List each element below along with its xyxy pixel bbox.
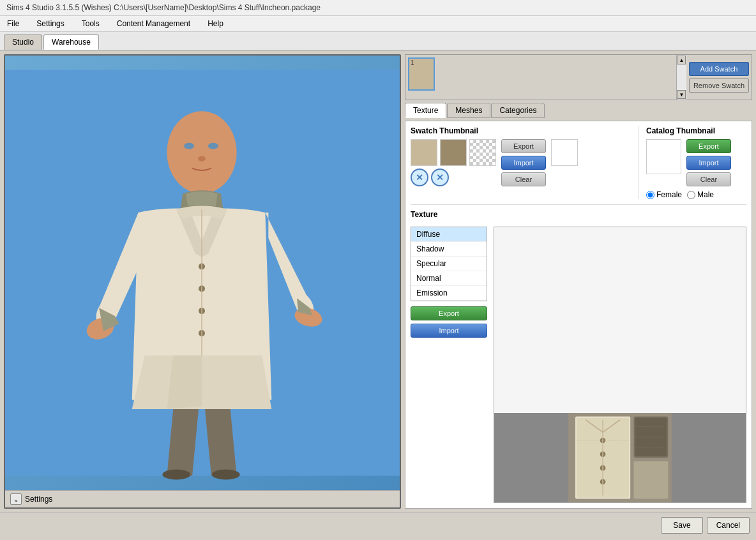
title-bar: Sims 4 Studio 3.1.5.5 (Wishes) C:\Users\… <box>0 0 756 16</box>
svg-point-2 <box>184 143 194 149</box>
swatch-import-button[interactable]: Import <box>501 156 546 170</box>
texture-action-btns: Export Import <box>411 306 487 338</box>
texture-list-emission[interactable]: Emission <box>411 286 487 301</box>
male-label: Male <box>697 190 714 199</box>
texture-list-shadow[interactable]: Shadow <box>411 242 487 257</box>
female-radio[interactable] <box>646 191 654 199</box>
thumb-box-3 <box>469 139 496 166</box>
remove-swatch-button[interactable]: Remove Swatch <box>689 79 749 93</box>
swatch-thumbnail-group: Swatch Thumbnail ✕ ✕ <box>411 126 630 199</box>
tab-warehouse[interactable]: Warehouse <box>43 34 99 50</box>
catalog-thumbnail-group: Catalog Thumbnail Export Import Clear Fe… <box>638 126 746 199</box>
svg-rect-25 <box>635 418 667 456</box>
menu-content-management[interactable]: Content Management <box>113 18 194 29</box>
catalog-clear-button[interactable]: Clear <box>686 172 731 186</box>
swatch-item[interactable]: 1 <box>408 57 435 91</box>
swatch-area: 1 ▲ ▼ Add Swatch Remove Swatch <box>405 54 752 100</box>
thumb-box-1 <box>411 139 437 166</box>
menu-settings[interactable]: Settings <box>33 18 68 29</box>
menu-help[interactable]: Help <box>204 18 227 29</box>
swatch-clear-button[interactable]: Clear <box>501 172 546 186</box>
settings-label: Settings <box>25 495 52 504</box>
scroll-down-btn[interactable]: ▼ <box>677 90 686 99</box>
texture-content: Swatch Thumbnail ✕ ✕ <box>405 121 752 509</box>
tab-texture[interactable]: Texture <box>405 103 446 118</box>
swatch-scrollbar: ▲ ▼ <box>676 55 686 100</box>
swatch-number: 1 <box>411 59 414 66</box>
catalog-thumbnail-label: Catalog Thumbnail <box>646 126 746 135</box>
preview-top <box>494 227 746 413</box>
thumbnail-section: Swatch Thumbnail ✕ ✕ <box>411 126 746 199</box>
svg-point-3 <box>208 143 218 149</box>
menu-file[interactable]: File <box>3 18 23 29</box>
right-panel: 1 ▲ ▼ Add Swatch Remove Swatch Texture M… <box>405 54 752 509</box>
svg-point-1 <box>167 111 236 193</box>
svg-point-13 <box>162 470 190 480</box>
settings-toggle[interactable]: ⌄ <box>10 493 22 505</box>
thumb-remove-1[interactable]: ✕ <box>411 169 428 186</box>
thumb-box-4 <box>551 139 578 166</box>
texture-list-specular[interactable]: Specular <box>411 257 487 271</box>
texture-bottom: Diffuse Shadow Specular Normal Emission … <box>411 227 746 503</box>
svg-rect-29 <box>634 461 669 499</box>
male-radio-label[interactable]: Male <box>687 190 714 199</box>
settings-bar: ⌄ Settings <box>5 490 400 507</box>
texture-export-button[interactable]: Export <box>411 306 487 320</box>
svg-point-4 <box>198 156 206 161</box>
model-area <box>5 56 400 490</box>
texture-preview-image <box>494 413 746 502</box>
bottom-bar: Save Cancel <box>0 513 756 537</box>
thumb-remove-2[interactable]: ✕ <box>431 169 449 186</box>
female-label: Female <box>656 190 682 199</box>
catalog-export-button[interactable]: Export <box>686 139 731 153</box>
texture-list-section: Diffuse Shadow Specular Normal Emission … <box>411 227 487 503</box>
male-radio[interactable] <box>687 191 695 199</box>
save-button[interactable]: Save <box>661 517 702 534</box>
gender-row: Female Male <box>646 190 746 199</box>
menu-tools[interactable]: Tools <box>78 18 103 29</box>
tab-categories[interactable]: Categories <box>491 103 545 118</box>
model-viewer: ⌄ Settings <box>4 54 401 509</box>
thumb-box-2 <box>440 139 467 166</box>
model-svg <box>5 56 400 490</box>
title-text: Sims 4 Studio 3.1.5.5 (Wishes) C:\Users\… <box>6 3 321 12</box>
texture-list: Diffuse Shadow Specular Normal Emission <box>411 227 487 301</box>
tabs-bar: Studio Warehouse <box>0 32 756 50</box>
swatch-thumbnail-label: Swatch Thumbnail <box>411 126 630 135</box>
preview-bottom <box>494 413 746 502</box>
scroll-up-btn[interactable]: ▲ <box>677 56 686 64</box>
swatch-buttons: Add Swatch Remove Swatch <box>686 55 752 100</box>
tab-meshes[interactable]: Meshes <box>447 103 490 118</box>
female-radio-label[interactable]: Female <box>646 190 682 199</box>
texture-list-normal[interactable]: Normal <box>411 271 487 286</box>
svg-point-14 <box>212 470 240 480</box>
texture-tabs: Texture Meshes Categories <box>405 103 752 118</box>
texture-list-diffuse[interactable]: Diffuse <box>411 227 487 242</box>
texture-label: Texture <box>411 210 746 219</box>
swatch-list: 1 <box>405 55 676 100</box>
tab-studio[interactable]: Studio <box>4 34 42 50</box>
catalog-import-button[interactable]: Import <box>686 156 731 170</box>
texture-preview <box>494 227 746 503</box>
texture-import-button[interactable]: Import <box>411 324 487 338</box>
menu-bar: File Settings Tools Content Management H… <box>0 16 756 32</box>
swatch-export-button[interactable]: Export <box>501 139 546 153</box>
add-swatch-button[interactable]: Add Swatch <box>689 62 749 76</box>
main-content: ⌄ Settings 1 ▲ ▼ Add Swatch Remove Swatc… <box>0 50 756 513</box>
cancel-button[interactable]: Cancel <box>707 517 750 534</box>
catalog-thumb-box <box>646 139 681 174</box>
